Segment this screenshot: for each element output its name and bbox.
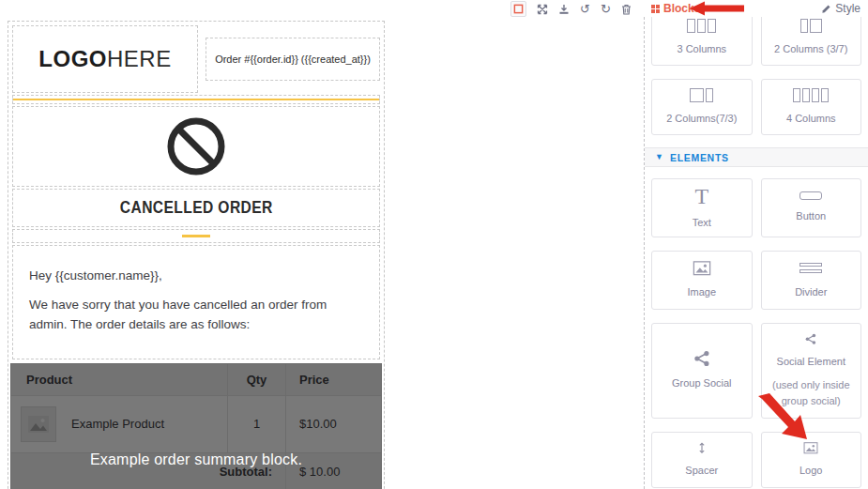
element-image[interactable]: Image (651, 251, 753, 310)
spacer-arrow-icon (696, 442, 708, 454)
delete-button[interactable] (621, 4, 632, 15)
element-text[interactable]: T Text (651, 178, 753, 237)
logo-block[interactable]: LOGO HERE (12, 25, 198, 93)
export-button[interactable] (558, 4, 570, 15)
block-3-columns[interactable]: 3 Columns (651, 17, 753, 66)
block-2-columns-3-7[interactable]: 2 Columns (3/7) (761, 17, 862, 66)
fullscreen-button[interactable] (537, 4, 548, 15)
email-template[interactable]: LOGO HERE Order #{{order.id}} ({{created… (8, 21, 385, 489)
trash-icon (621, 4, 632, 15)
3-columns-icon (687, 19, 716, 33)
redo-button[interactable]: ↻ (601, 3, 611, 15)
prohibition-icon (166, 116, 226, 176)
yellow-divider (13, 99, 379, 100)
elements-section-title: ELEMENTS (670, 152, 729, 163)
redo-icon: ↻ (601, 3, 611, 15)
underline-divider-block[interactable] (12, 229, 380, 243)
element-spacer[interactable]: Spacer (651, 432, 753, 488)
element-divider[interactable]: Divider (761, 251, 862, 310)
greeting-text: Hey {{customer.name}}, (29, 266, 363, 286)
element-label: Image (687, 284, 716, 300)
block-2-columns-7-3[interactable]: 2 Columns(7/3) (651, 79, 753, 135)
toggle-borders-button[interactable] (510, 1, 526, 17)
overlay-caption: Example order summary block. (90, 451, 302, 468)
body-text-block[interactable]: Hey {{customer.name}}, We have sorry tha… (12, 245, 380, 359)
annotation-arrow-blocks (690, 1, 746, 16)
order-summary-block[interactable]: Product Qty Price (10, 363, 382, 489)
block-label: 2 Columns (3/7) (774, 41, 847, 57)
block-label: 2 Columns(7/3) (666, 111, 737, 127)
button-icon (799, 191, 822, 200)
image-icon (692, 261, 712, 276)
block-hover-overlay[interactable]: Example order summary block. (10, 363, 382, 489)
email-title: CANCELLED ORDER (120, 197, 273, 218)
undo-icon: ↺ (580, 3, 590, 15)
text-icon: T (694, 186, 708, 206)
undo-button[interactable]: ↺ (580, 3, 590, 15)
block-4-columns[interactable]: 4 Columns (761, 79, 862, 135)
logo-text-bold: LOGO (38, 46, 107, 72)
share-icon (802, 333, 819, 345)
order-number-text: Order #{{order.id}} ({{created_at}}) (215, 53, 371, 65)
expand-icon (537, 4, 548, 15)
divider-block[interactable] (12, 95, 380, 104)
element-label: Divider (795, 284, 827, 300)
cancelled-icon-block[interactable] (12, 106, 380, 187)
element-label: Spacer (685, 463, 718, 479)
body-text: We have sorry that you have cancelled an… (29, 295, 363, 335)
element-label: Logo (799, 463, 822, 479)
element-button[interactable]: Button (761, 178, 862, 237)
element-label: Social Element (777, 354, 845, 370)
element-label: Button (796, 208, 826, 224)
block-label: 4 Columns (786, 111, 836, 127)
title-block[interactable]: CANCELLED ORDER (12, 189, 380, 227)
annotation-arrow-logo (751, 392, 816, 449)
element-label: Text (693, 215, 711, 231)
divider-icon (799, 260, 822, 276)
tab-style[interactable]: Style (821, 2, 860, 15)
elements-section-header[interactable]: ▼ ELEMENTS (645, 147, 868, 167)
toolbar: ↺ ↻ Blocks Style (0, 0, 868, 17)
chevron-down-icon: ▼ (655, 153, 663, 161)
style-pencil-icon (821, 4, 831, 14)
2-columns-7-3-icon (690, 88, 713, 102)
4-columns-icon (793, 88, 829, 102)
editor-canvas[interactable]: LOGO HERE Order #{{order.id}} ({{created… (0, 17, 644, 489)
email-builder-app: ↺ ↻ Blocks Style (0, 0, 868, 489)
element-label: Group Social (672, 375, 732, 391)
download-icon (558, 4, 570, 15)
yellow-underline (182, 235, 210, 237)
element-group-social[interactable]: Group Social (651, 323, 753, 419)
tab-style-label: Style (835, 2, 860, 15)
share-icon (693, 350, 710, 367)
2-columns-3-7-icon (800, 19, 822, 33)
square-outline-icon (513, 4, 524, 14)
order-number-block[interactable]: Order #{{order.id}} ({{created_at}}) (206, 38, 380, 81)
block-label: 3 Columns (677, 41, 726, 57)
logo-text-light: HERE (107, 46, 172, 72)
blocks-grid-icon (651, 5, 660, 13)
header-row-block[interactable]: LOGO HERE Order #{{order.id}} ({{created… (12, 25, 380, 93)
